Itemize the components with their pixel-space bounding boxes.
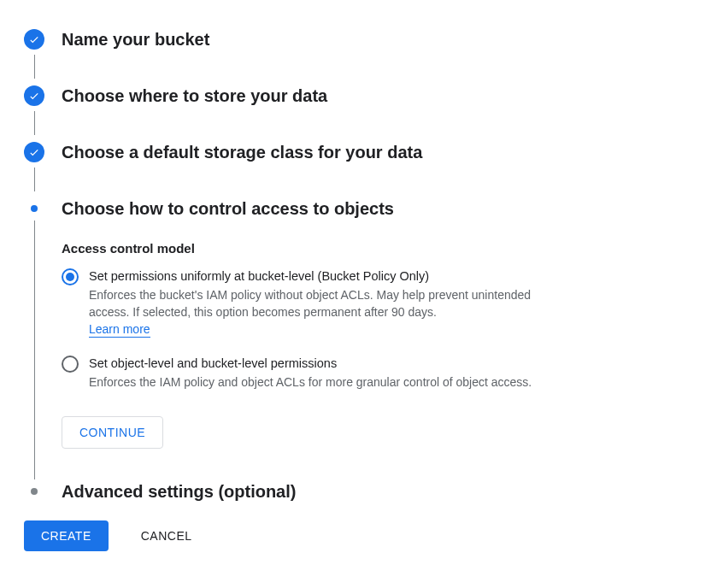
radio-option-uniform[interactable]: Set permissions uniformly at bucket-leve… [62,268,574,338]
learn-more-link[interactable]: Learn more [89,321,150,338]
radio-description: Enforces the IAM policy and object ACLs … [89,373,533,391]
step-name-bucket[interactable]: Name your bucket [24,27,693,84]
check-icon [24,85,44,106]
footer-actions: CREATE CANCEL [24,520,693,551]
continue-button[interactable]: CONTINUE [62,416,163,449]
radio-button[interactable] [62,356,79,373]
check-icon [24,142,44,162]
active-dot-icon [24,198,44,219]
step-title: Advanced settings (optional) [62,479,296,503]
stepper-connector [34,111,35,135]
step-storage-class[interactable]: Choose a default storage class for your … [24,140,693,197]
create-button[interactable]: CREATE [24,520,109,551]
radio-description: Enforces the bucket's IAM policy without… [89,286,533,338]
inactive-dot-icon [24,481,44,502]
step-title: Choose a default storage class for your … [62,140,422,164]
access-control-heading: Access control model [62,241,574,256]
check-icon [24,29,44,50]
cancel-button[interactable]: CANCEL [134,520,199,551]
step-title: Name your bucket [62,27,209,51]
step-location[interactable]: Choose where to store your data [24,84,693,140]
stepper-connector [34,55,35,79]
step-title: Choose how to control access to objects [62,197,394,220]
radio-label: Set object-level and bucket-level permis… [89,355,574,372]
step-access-control-body: Access control model Set permissions uni… [24,220,693,479]
step-advanced-settings[interactable]: Advanced settings (optional) [24,479,693,503]
stepper-connector [34,168,35,191]
radio-label: Set permissions uniformly at bucket-leve… [89,268,574,285]
stepper: Name your bucket Choose where to store y… [24,27,693,503]
step-title: Choose where to store your data [62,84,327,108]
stepper-connector [34,220,35,479]
step-access-control[interactable]: Choose how to control access to objects [24,197,693,220]
radio-button[interactable] [62,268,79,285]
radio-option-object-level[interactable]: Set object-level and bucket-level permis… [62,355,574,391]
